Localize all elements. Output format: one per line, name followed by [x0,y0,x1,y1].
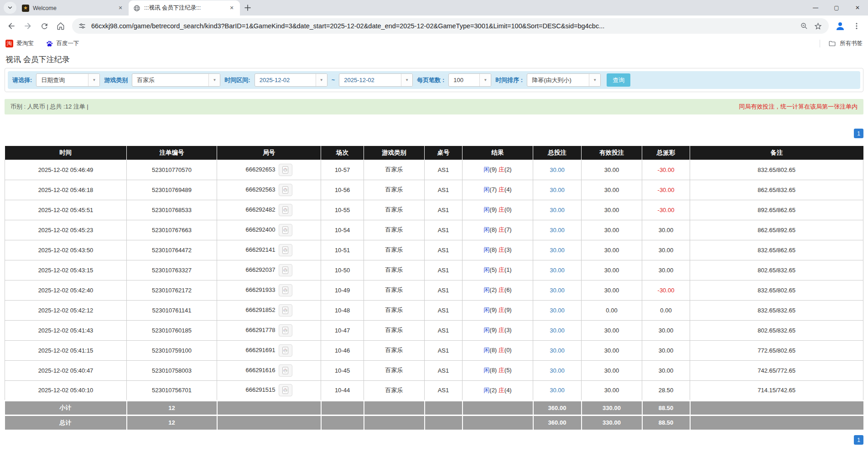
sort-value: 降幂(由大到小) [527,76,589,84]
bookmark-taobao[interactable]: 淘 爱淘宝 [5,40,34,47]
total-bet-link[interactable]: 30.00 [550,247,565,254]
video-replay-button[interactable] [279,384,292,396]
chevron-down-icon: ▼ [589,74,600,86]
video-replay-button[interactable] [279,184,292,196]
cell-total-bet: 30.00 [533,180,582,200]
back-button[interactable] [4,18,19,34]
cell-session: 10-45 [321,360,364,380]
total-bet-link[interactable]: 30.00 [550,387,565,394]
cell-round-id: 666291515 [217,380,321,400]
cell-bet-id: 523010760185 [127,320,217,340]
bookmark-label: 百度一下 [57,40,79,47]
page-number-button[interactable]: 1 [854,435,863,445]
video-replay-button[interactable] [279,244,292,256]
column-header: 局号 [217,146,321,160]
chevron-down-icon: ▼ [88,74,99,86]
game-type-select[interactable]: 百家乐 ▼ [132,73,220,87]
window-controls: — ▢ ✕ [805,0,868,15]
sort-select[interactable]: 降幂(由大到小) ▼ [527,73,601,87]
video-replay-button[interactable] [279,164,292,176]
total-bet-link[interactable]: 30.00 [550,327,565,334]
pagination-top: 1 [5,129,863,138]
site-settings-icon[interactable] [78,22,86,30]
column-header: 结果 [463,146,533,160]
video-replay-button[interactable] [279,364,292,377]
footer-cell [690,400,863,415]
cell-payout: 30.00 [642,260,690,280]
url-bar[interactable]: 66cxkj98.com/game/betrecord_search/kind3… [72,18,829,34]
profile-avatar[interactable] [832,18,848,34]
cell-time: 2025-12-02 05:43:15 [5,260,127,280]
home-button[interactable] [53,18,68,34]
tab-welcome[interactable]: ★ Welcome ✕ [17,0,129,16]
bet-record-row: 2025-12-02 05:41:43523010760185666291778… [5,320,863,340]
total-bet-link[interactable]: 30.00 [550,287,565,294]
video-replay-button[interactable] [279,224,292,236]
cell-round-id: 666291933 [217,280,321,300]
tab-betrecord[interactable]: :::视讯 会员下注纪录::: ✕ [129,0,240,16]
total-bet-link[interactable]: 30.00 [550,267,565,274]
pagination-bottom: 1 [5,435,863,445]
browser-menu-button[interactable] [849,18,864,34]
video-replay-button[interactable] [279,284,292,296]
video-replay-button[interactable] [279,204,292,216]
tab-strip: ★ Welcome ✕ :::视讯 会员下注纪录::: ✕ — ▢ ✕ [0,0,868,16]
bookmark-star-icon[interactable] [814,22,822,31]
tab-close-icon[interactable]: ✕ [228,5,235,12]
forward-button[interactable] [20,18,36,34]
total-bet-link[interactable]: 30.00 [550,347,565,354]
all-bookmarks[interactable]: 所有书签 [820,40,863,47]
video-replay-button[interactable] [279,324,292,337]
cell-session: 10-57 [321,160,364,180]
cell-time: 2025-12-02 05:42:12 [5,300,127,320]
search-button[interactable]: 查询 [607,73,630,87]
footer-cell: 88.50 [642,400,690,415]
cell-result: 闲(5) 庄(1) [463,260,533,280]
tab-search-button[interactable] [4,2,16,14]
cell-result: 闲(9) 庄(0) [463,200,533,220]
total-bet-link[interactable]: 30.00 [550,307,565,314]
footer-cell: 88.50 [642,415,690,430]
new-tab-button[interactable] [242,2,254,14]
zoom-icon[interactable] [800,22,808,30]
url-text[interactable]: 66cxkj98.com/game/betrecord_search/kind3… [91,22,795,30]
sort-label: 时间排序 : [495,76,523,84]
cell-game-type: 百家乐 [364,340,425,360]
date-end-picker[interactable]: 2025-12-02 ▼ [339,73,413,87]
cell-result: 闲(2) 庄(4) [463,380,533,400]
per-page-select[interactable]: 100 ▼ [448,73,491,87]
globe-icon [133,5,140,12]
query-type-select[interactable]: 日期查询 ▼ [36,73,100,87]
cell-result: 闲(8) 庄(3) [463,240,533,260]
date-start-picker[interactable]: 2025-12-02 ▼ [255,73,327,87]
total-bet-link[interactable]: 30.00 [550,367,565,374]
page-title: 视讯 会员下注纪录 [5,50,863,68]
total-bet-link[interactable]: 30.00 [550,187,565,193]
cell-round-id: 666292653 [217,160,321,180]
maximize-button[interactable]: ▢ [826,0,847,15]
cell-table-no: AS1 [425,340,463,360]
cell-table-no: AS1 [425,240,463,260]
cell-session: 10-51 [321,240,364,260]
cell-table-no: AS1 [425,260,463,280]
total-bet-link[interactable]: 30.00 [550,227,565,234]
column-header: 有效投注 [582,146,642,160]
reload-button[interactable] [36,18,52,34]
bookmark-baidu[interactable]: 百度一下 [46,40,79,47]
cell-bet-id: 523010759100 [127,340,217,360]
video-replay-button[interactable] [279,304,292,317]
filter-panel: 请选择: 日期查询 ▼ 游戏类别 百家乐 ▼ 时间区间: 2025-12-02 … [5,68,863,92]
video-replay-button[interactable] [279,264,292,276]
total-bet-link[interactable]: 30.00 [550,207,565,213]
close-button[interactable]: ✕ [847,0,868,15]
total-bet-link[interactable]: 30.00 [550,166,565,173]
cell-round-id: 666291852 [217,300,321,320]
page-number-button[interactable]: 1 [854,129,863,138]
cell-session: 10-49 [321,280,364,300]
cell-time: 2025-12-02 05:40:47 [5,360,127,380]
tab-close-icon[interactable]: ✕ [117,5,124,12]
minimize-button[interactable]: — [805,0,826,15]
footer-cell: 330.00 [582,415,642,430]
video-replay-button[interactable] [279,344,292,357]
taobao-icon: 淘 [5,40,13,47]
